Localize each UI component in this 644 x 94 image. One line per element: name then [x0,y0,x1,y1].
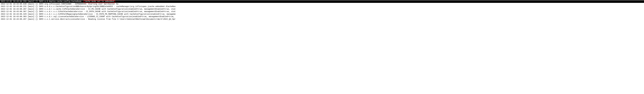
log-logger: c.x.d.r.s.c.CiPkPathMappingCacheDataServ… [44,13,93,15]
log-thread: [main] [26,18,34,20]
log-line: 2022-12-01 16:43:06.383 [main] {} INFO c… [0,15,644,18]
log-message: Reading license from file C:\Users\Gobin… [88,18,176,20]
log-timestamp: 2022-12-01 16:43:06.307 [1,11,26,13]
log-timestamp: 2022-12-01 16:43:04.255 [1,1,26,3]
log-logger: a.d.deploy.cache.config.CacheMode [44,1,82,3]
log-timestamp: 2022-12-01 16:43:06.231 [1,6,26,8]
log-message: CI_PATH_PK_MAPPING_CACHE with CacheConfi… [96,13,176,15]
log-thread: [main] [26,16,34,18]
log-message: ISPN000556: Starting user marshaller %s [75,3,118,5]
log-message: cache mode set to embedded [85,1,114,3]
log-line: 2022-12-01 16:43:06.329 [main] {} INFO c… [0,13,644,16]
log-message: LICENSE_CI_COUNT with CacheConfiguration… [87,16,174,18]
log-logger: c.x.d.r.s.cache.CiPkCacheDataService [44,8,85,10]
log-logger: c.x.l.service.AbstractLicenseService [44,18,85,20]
log-message: CI_PATH_CACHE with CacheConfiguration(en… [86,11,176,13]
log-separator: - [71,3,75,5]
log-thread: [main] [26,3,34,5]
log-level: INFO [38,18,44,20]
log-thread: [main] [26,13,34,15]
log-context: {} [34,13,38,15]
log-context: {} [34,16,38,18]
log-thread: [main] [26,11,34,13]
log-line: 2022-12-01 16:43:06.287 [main] {} INFO c… [0,8,644,11]
log-logger: c.x.d.r.sql.LicenseCacheDataService [44,16,84,18]
log-level: INFO [38,8,44,10]
log-message: cacheManager(org.infinispan.jcache.embed… [116,6,176,8]
log-logger: org.infinispan.CONTAINER [44,3,72,5]
log-thread: [main] [26,6,34,8]
log-logger: c.x.d.r.s.c.CiPathCacheDataService [44,11,83,13]
log-message: CI_PK_CACHE with CacheConfiguration(enab… [88,8,176,10]
log-thread: [main] [26,8,34,10]
log-context: {} [34,1,38,3]
log-context: {} [34,11,38,13]
log-separator: - [85,18,88,20]
log-timestamp: 2022-12-01 16:43:06.383 [1,16,26,18]
log-timestamp: 2022-12-01 16:43:05.630 [1,3,26,5]
log-line: 2022-12-01 16:43:06.307 [main] {} INFO c… [0,10,644,13]
log-context: {} [34,18,38,20]
log-separator: - [85,8,88,10]
log-line: 2022-12-01 16:43:06.231 [main] {} INFO a… [0,5,644,8]
log-level: INFO [38,3,44,5]
log-logger: a.d.d.c.c.CacheConfiguration$$EnhancerBy… [44,6,113,8]
log-level: INFO [38,6,44,8]
log-output: 2022-12-01 16:43:04.255 [main] {} INFO a… [0,0,644,21]
log-context: {} [34,8,38,10]
log-line: 2022-12-01 16:43:04.255 [main] {} INFO a… [0,0,644,3]
log-timestamp: 2022-12-01 16:43:06.497 [1,18,26,20]
log-thread: [main] [26,1,34,3]
log-separator: - [113,6,116,8]
log-separator: - [84,16,87,18]
log-separator: - [82,1,85,3]
log-context: {} [34,6,38,8]
log-separator: - [93,13,96,15]
log-level: INFO [38,1,44,3]
log-level: INFO [38,11,44,13]
log-timestamp: 2022-12-01 16:43:06.287 [1,8,26,10]
log-timestamp: 2022-12-01 16:43:06.329 [1,13,26,15]
log-line: 2022-12-01 16:43:06.497 [main] {} INFO c… [0,18,644,21]
log-level: INFO [38,13,44,15]
log-separator: - [82,11,86,13]
log-level: INFO [38,16,44,18]
log-context: {} [34,3,38,5]
log-line: 2022-12-01 16:43:05.630 [main] {} INFO o… [0,3,644,6]
